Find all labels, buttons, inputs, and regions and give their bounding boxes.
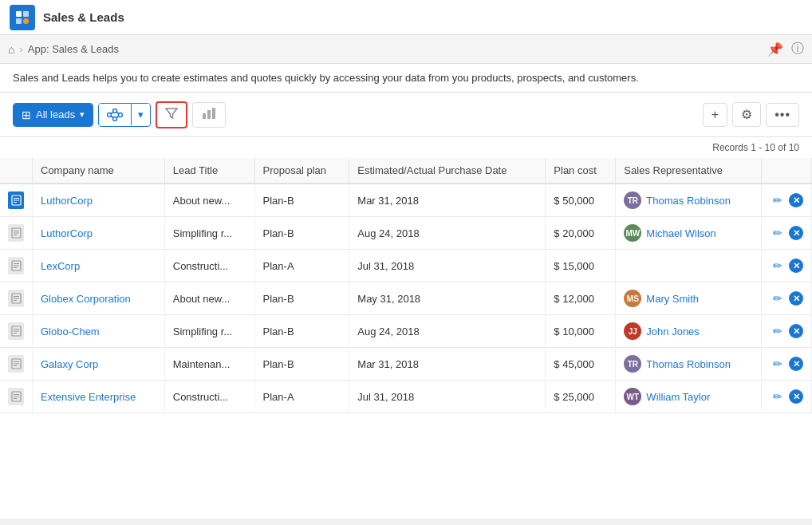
svg-line-11 bbox=[117, 116, 119, 118]
purchase-date: Aug 24, 2018 bbox=[349, 217, 546, 250]
sales-representative[interactable]: TR Thomas Robinson bbox=[616, 348, 762, 381]
sales-rep-cell[interactable]: MW Michael Wilson bbox=[624, 224, 753, 242]
sales-representative[interactable]: MW Michael Wilson bbox=[616, 217, 762, 250]
plan-cost: $ 15,000 bbox=[546, 250, 616, 282]
delete-button[interactable]: ✕ bbox=[789, 357, 803, 371]
home-icon[interactable]: ⌂ bbox=[8, 43, 14, 56]
lead-title: Constructi... bbox=[164, 250, 254, 282]
lead-title: About new... bbox=[164, 184, 254, 217]
delete-button[interactable]: ✕ bbox=[789, 259, 803, 273]
row-actions: ✏ ✕ bbox=[762, 217, 812, 250]
sales-rep-cell[interactable]: WT William Taylor bbox=[624, 388, 753, 405]
svg-rect-12 bbox=[203, 113, 206, 119]
title-bar: Sales & Leads bbox=[0, 0, 812, 35]
delete-button[interactable]: ✕ bbox=[789, 193, 803, 207]
sales-rep-name: William Taylor bbox=[646, 391, 710, 403]
col-header-cost[interactable]: Plan cost bbox=[546, 158, 616, 184]
view-dropdown-icon: ▾ bbox=[80, 109, 85, 120]
row-actions: ✏ ✕ bbox=[762, 315, 812, 348]
purchase-date: Mar 31, 2018 bbox=[349, 348, 546, 381]
sales-representative bbox=[616, 250, 762, 282]
edit-button[interactable]: ✏ bbox=[770, 323, 786, 339]
purchase-date: Jul 31, 2018 bbox=[349, 250, 546, 282]
sales-rep-name: John Jones bbox=[646, 326, 700, 338]
workflow-button[interactable]: ▾ bbox=[98, 103, 151, 127]
sales-representative[interactable]: TR Thomas Robinson bbox=[616, 184, 762, 217]
more-options-button[interactable]: ••• bbox=[766, 103, 799, 127]
avatar: TR bbox=[624, 355, 641, 373]
plan-cost: $ 45,000 bbox=[546, 348, 616, 381]
purchase-date: May 31, 2018 bbox=[349, 282, 546, 315]
edit-button[interactable]: ✏ bbox=[770, 389, 786, 405]
proposal-plan: Plan-A bbox=[254, 381, 349, 413]
row-actions: ✏ ✕ bbox=[762, 250, 812, 282]
sales-representative[interactable]: WT William Taylor bbox=[616, 381, 762, 413]
lead-title: Maintenan... bbox=[164, 348, 254, 381]
delete-button[interactable]: ✕ bbox=[789, 324, 803, 338]
sales-rep-name: Michael Wilson bbox=[646, 227, 715, 239]
svg-rect-1 bbox=[23, 11, 29, 17]
proposal-plan: Plan-B bbox=[254, 315, 349, 348]
nav-bar: ⌂ › App: Sales & Leads 📌 ⓘ bbox=[0, 35, 812, 64]
col-header-sales-rep[interactable]: Sales Representative bbox=[616, 158, 762, 184]
svg-line-8 bbox=[112, 112, 113, 114]
delete-button[interactable]: ✕ bbox=[789, 291, 803, 306]
info-icon[interactable]: ⓘ bbox=[791, 41, 804, 57]
filter-button[interactable] bbox=[156, 101, 187, 128]
row-type-icon bbox=[0, 381, 33, 413]
delete-button[interactable]: ✕ bbox=[789, 389, 803, 404]
company-name[interactable]: Extensive Enterprise bbox=[33, 381, 165, 413]
company-name[interactable]: LuthorCorp bbox=[33, 217, 165, 250]
col-header-company[interactable]: Company name bbox=[33, 158, 165, 184]
settings-button[interactable]: ⚙ bbox=[732, 102, 761, 127]
sales-representative[interactable]: MS Mary Smith bbox=[616, 282, 762, 315]
svg-rect-14 bbox=[212, 108, 215, 119]
sales-representative[interactable]: JJ John Jones bbox=[616, 315, 762, 348]
edit-button[interactable]: ✏ bbox=[770, 290, 786, 306]
table-row: Globo-ChemSimplifing r...Plan-BAug 24, 2… bbox=[0, 315, 812, 348]
col-header-proposal[interactable]: Proposal plan bbox=[254, 158, 349, 184]
table-row: LuthorCorpAbout new...Plan-BMar 31, 2018… bbox=[0, 184, 812, 217]
delete-button[interactable]: ✕ bbox=[789, 226, 803, 240]
purchase-date: Jul 31, 2018 bbox=[349, 381, 546, 413]
row-actions: ✏ ✕ bbox=[762, 348, 812, 381]
view-main-button[interactable]: ⊞ All leads ▾ bbox=[14, 104, 93, 126]
chart-button[interactable] bbox=[192, 102, 226, 128]
workflow-dropdown-icon: ▾ bbox=[138, 109, 144, 120]
company-name[interactable]: Globo-Chem bbox=[33, 315, 165, 348]
workflow-main[interactable] bbox=[99, 104, 131, 126]
table-row: LexCorpConstructi...Plan-AJul 31, 2018$ … bbox=[0, 250, 812, 282]
info-banner: Sales and Leads helps you to create esti… bbox=[0, 64, 812, 93]
company-name[interactable]: LuthorCorp bbox=[33, 184, 165, 217]
sales-rep-cell[interactable]: TR Thomas Robinson bbox=[624, 191, 753, 209]
col-header-date[interactable]: Estimated/Actual Purchase Date bbox=[349, 158, 546, 184]
sales-rep-cell[interactable]: JJ John Jones bbox=[624, 322, 753, 340]
plan-cost: $ 10,000 bbox=[546, 315, 616, 348]
row-type-icon bbox=[0, 250, 33, 282]
breadcrumb-separator: › bbox=[19, 43, 22, 55]
workflow-dropdown[interactable]: ▾ bbox=[131, 104, 150, 125]
company-name[interactable]: Globex Corporation bbox=[33, 282, 165, 315]
sales-rep-cell[interactable]: TR Thomas Robinson bbox=[624, 355, 753, 373]
company-name[interactable]: Galaxy Corp bbox=[33, 348, 165, 381]
sales-rep-cell[interactable]: MS Mary Smith bbox=[624, 290, 753, 307]
edit-button[interactable]: ✏ bbox=[770, 225, 786, 241]
proposal-plan: Plan-B bbox=[254, 348, 349, 381]
records-info: Records 1 - 10 of 10 bbox=[0, 137, 812, 158]
col-header-icon bbox=[0, 158, 33, 184]
pin-icon[interactable]: 📌 bbox=[767, 41, 783, 57]
svg-line-9 bbox=[117, 112, 119, 114]
edit-button[interactable]: ✏ bbox=[770, 192, 786, 208]
leads-table: Company name Lead Title Proposal plan Es… bbox=[0, 158, 812, 413]
sales-rep-name: Thomas Robinson bbox=[646, 195, 731, 207]
view-label: All leads bbox=[36, 109, 75, 120]
view-selector[interactable]: ⊞ All leads ▾ bbox=[13, 103, 93, 127]
edit-button[interactable]: ✏ bbox=[770, 258, 786, 274]
lead-title: About new... bbox=[164, 282, 254, 315]
table-area: Records 1 - 10 of 10 Company name Lead T… bbox=[0, 137, 812, 519]
col-header-lead-title[interactable]: Lead Title bbox=[164, 158, 254, 184]
company-name[interactable]: LexCorp bbox=[33, 250, 165, 282]
info-banner-text: Sales and Leads helps you to create esti… bbox=[13, 72, 639, 84]
add-button[interactable]: + bbox=[703, 103, 727, 127]
edit-button[interactable]: ✏ bbox=[770, 356, 786, 372]
